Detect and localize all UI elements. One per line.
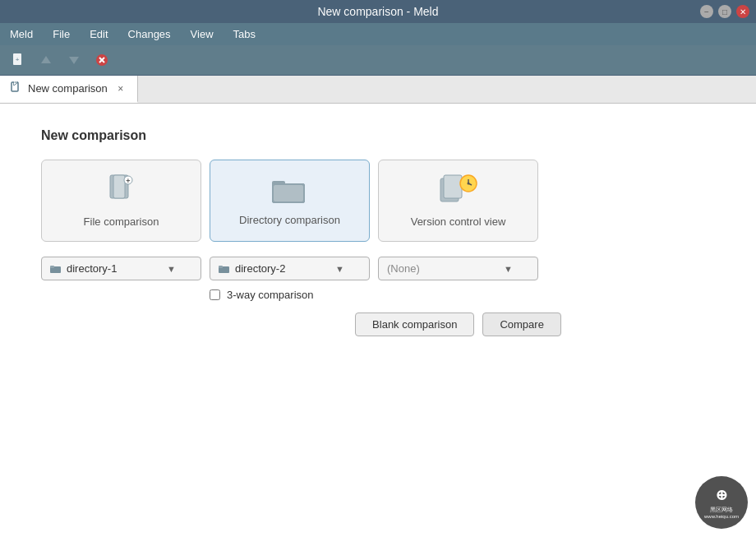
tab-close-button[interactable]: × (114, 82, 127, 95)
new-icon: + (11, 53, 25, 67)
window-title: New comparison - Meld (317, 5, 438, 18)
menu-edit[interactable]: Edit (86, 26, 111, 42)
down-button[interactable] (62, 49, 85, 72)
directory2-select-display[interactable]: directory-2 ▼ (210, 257, 370, 280)
threeway-row: 3-way comparison (210, 289, 715, 301)
up-arrow-icon (39, 53, 53, 67)
close-window-button[interactable]: ✕ (736, 5, 749, 18)
watermark-line1: 黑区网络 (710, 506, 733, 514)
down-arrow-icon (67, 53, 81, 67)
new-button[interactable]: + (7, 49, 30, 72)
main-content: New comparison + File comparison (0, 104, 756, 537)
minimize-button[interactable]: − (700, 5, 713, 18)
folder-icon (272, 175, 308, 205)
folder-small-icon-2 (219, 264, 230, 274)
directory1-value: directory-1 (67, 262, 117, 275)
directory1-select-display[interactable]: directory-1 ▼ (41, 257, 201, 280)
stop-button[interactable] (90, 49, 113, 72)
file-comparison-label: File comparison (84, 215, 159, 228)
directory1-dropdown[interactable]: directory-1 ▼ (41, 257, 201, 280)
directory2-value: directory-2 (235, 262, 285, 275)
menu-tabs[interactable]: Tabs (230, 26, 259, 42)
up-button[interactable] (35, 49, 58, 72)
svg-rect-21 (444, 175, 462, 198)
menu-view[interactable]: View (187, 26, 217, 42)
directory2-dropdown[interactable]: directory-2 ▼ (210, 257, 370, 280)
none-value: (None) (387, 262, 420, 275)
close-icon (95, 53, 108, 67)
threeway-label[interactable]: 3-way comparison (227, 289, 314, 301)
dropdowns-row: directory-1 ▼ directory-2 ▼ (None) ▼ (41, 257, 715, 280)
directory1-arrow: ▼ (167, 264, 176, 274)
file-icon: + (107, 174, 136, 206)
directory-comparison-card[interactable]: Directory comparison (210, 160, 370, 242)
new-comparison-tab[interactable]: New comparison × (0, 76, 138, 103)
menu-changes[interactable]: Changes (125, 26, 174, 42)
watermark-line2: www.heiqu.com (704, 514, 739, 519)
vc-comparison-label: Version control view (411, 215, 506, 228)
svg-text:+: + (16, 56, 20, 63)
vc-comparison-icon (439, 174, 478, 209)
directory-comparison-icon (272, 175, 308, 207)
svg-text:+: + (126, 177, 130, 185)
tab-icon (10, 81, 21, 95)
vc-icon (439, 174, 478, 206)
watermark: ⊕ 黑区网络 www.heiqu.com (695, 476, 748, 529)
menu-file[interactable]: File (49, 26, 73, 42)
svg-marker-2 (41, 56, 51, 63)
window-controls: − □ ✕ (700, 5, 749, 18)
svg-rect-29 (219, 266, 223, 268)
folder-small-icon (50, 264, 62, 274)
section-title: New comparison (41, 128, 715, 143)
svg-rect-27 (50, 266, 54, 268)
tab-file-icon (10, 81, 21, 93)
watermark-symbol: ⊕ (715, 486, 727, 504)
svg-rect-19 (274, 185, 303, 201)
vc-comparison-card[interactable]: Version control view (378, 160, 538, 242)
svg-marker-3 (69, 57, 79, 64)
toolbar: + (0, 45, 756, 76)
watermark-circle: ⊕ 黑区网络 www.heiqu.com (695, 476, 748, 529)
comparison-cards: + File comparison Directory comparison (41, 160, 715, 242)
none-select-display[interactable]: (None) ▼ (378, 257, 538, 280)
tabbar: New comparison × (0, 76, 756, 104)
directory-comparison-label: Directory comparison (239, 214, 340, 226)
titlebar: New comparison - Meld − □ ✕ (0, 0, 756, 23)
action-buttons: Blank comparison Compare (201, 312, 715, 336)
blank-comparison-button[interactable]: Blank comparison (355, 312, 474, 336)
file-comparison-card[interactable]: + File comparison (41, 160, 201, 242)
svg-point-25 (467, 183, 469, 185)
none-arrow: ▼ (504, 264, 513, 274)
file-comparison-icon: + (107, 174, 136, 209)
menu-meld[interactable]: Meld (7, 26, 36, 42)
compare-button[interactable]: Compare (482, 312, 560, 336)
threeway-checkbox[interactable] (210, 289, 220, 300)
svg-rect-13 (113, 175, 125, 198)
none-dropdown[interactable]: (None) ▼ (378, 257, 538, 280)
tab-label: New comparison (28, 82, 108, 95)
maximize-button[interactable]: □ (718, 5, 731, 18)
directory2-arrow: ▼ (335, 264, 344, 274)
menubar: Meld File Edit Changes View Tabs (0, 23, 756, 45)
